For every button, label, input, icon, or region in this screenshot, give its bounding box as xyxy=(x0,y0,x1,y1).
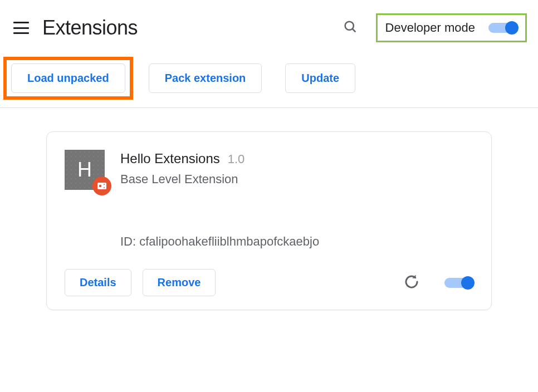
extension-description: Base Level Extension xyxy=(120,172,473,187)
svg-point-4 xyxy=(104,184,105,185)
reload-icon[interactable] xyxy=(403,273,420,292)
extension-version: 1.0 xyxy=(228,152,245,166)
developer-mode-label: Developer mode xyxy=(385,21,475,35)
extension-id-row: ID: cfalipoohakefliiblhmbapofckaebjo xyxy=(65,234,473,249)
svg-point-5 xyxy=(104,187,105,188)
load-unpacked-button[interactable]: Load unpacked xyxy=(11,63,125,93)
extension-name: Hello Extensions xyxy=(120,151,220,166)
extension-enable-toggle[interactable] xyxy=(444,277,473,289)
search-icon[interactable] xyxy=(343,19,358,37)
page-title: Extensions xyxy=(42,16,138,40)
developer-mode-toggle[interactable] xyxy=(488,22,517,34)
developer-mode-box: Developer mode xyxy=(376,13,527,42)
action-row: Load unpacked Pack extension Update xyxy=(0,53,538,108)
update-button[interactable]: Update xyxy=(285,63,355,93)
details-button[interactable]: Details xyxy=(65,269,131,296)
extension-icon-letter: H xyxy=(77,158,92,182)
remove-button[interactable]: Remove xyxy=(143,269,216,296)
extension-card: H Hello Extensions 1.0 Base Level Extens… xyxy=(46,131,492,310)
extension-icon-wrap: H xyxy=(65,150,105,190)
menu-icon[interactable] xyxy=(13,22,29,34)
unpacked-badge-icon xyxy=(92,177,111,195)
svg-point-0 xyxy=(345,22,353,30)
header: Extensions Developer mode xyxy=(0,0,538,53)
extension-id-label: ID: xyxy=(120,234,136,248)
highlight-load-unpacked: Load unpacked xyxy=(3,57,133,100)
svg-line-1 xyxy=(352,29,355,32)
svg-point-3 xyxy=(99,185,101,187)
svg-rect-2 xyxy=(97,183,106,189)
extension-id: cfalipoohakefliiblhmbapofckaebjo xyxy=(139,234,319,248)
pack-extension-button[interactable]: Pack extension xyxy=(149,63,262,93)
